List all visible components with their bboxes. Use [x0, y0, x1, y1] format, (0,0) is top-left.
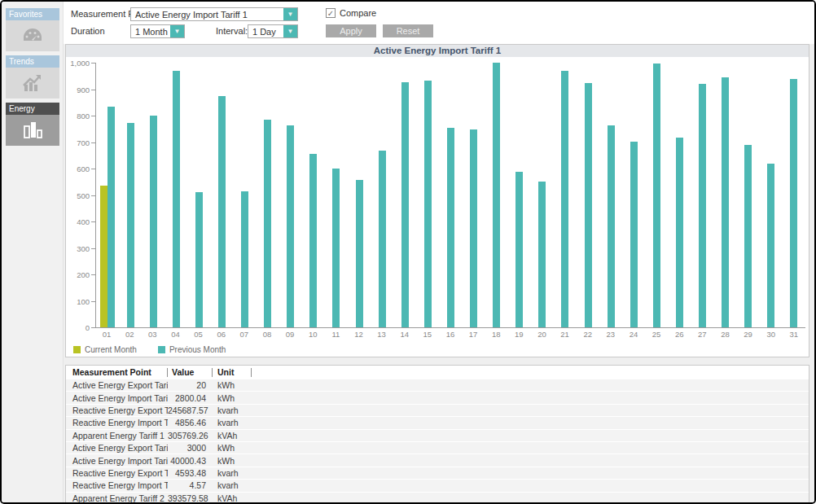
tick-mark — [91, 301, 95, 302]
value-cell: 40000.43 — [168, 456, 213, 466]
x-axis-label: 27 — [691, 330, 713, 339]
bar-group-19 — [508, 63, 531, 327]
value-cell: 20 — [168, 380, 213, 390]
bar-previous-month-29 — [744, 145, 752, 327]
table-row: Apparent Energy Tariff 1305769.26kVAh — [66, 430, 809, 442]
x-axis-label: 24 — [622, 330, 645, 339]
table-body: Active Energy Export Tariff 120kWhActive… — [66, 379, 809, 502]
table-column-header[interactable]: Value — [168, 366, 213, 379]
sidebar: Favorites Trends — [2, 2, 64, 502]
reset-button[interactable]: Reset — [383, 24, 433, 37]
chart-title: Active Energy Import Tariff 1 — [66, 45, 809, 57]
y-axis-tick-label: 300 — [77, 244, 90, 253]
table-column-header[interactable]: Measurement Point — [66, 366, 168, 379]
table-row: Reactive Energy Export Tariff 24593.48kv… — [66, 467, 809, 480]
bar-previous-month-24 — [630, 142, 638, 327]
unit-cell: kvarh — [213, 418, 252, 427]
plot-area: 01002003004005006007008009001,000 — [95, 63, 805, 328]
bar-previous-month-22 — [585, 83, 592, 327]
unit-cell: kWh — [213, 443, 252, 453]
unit-cell: kWh — [213, 456, 252, 466]
measurement-point-cell: Active Energy Import Tariff 1 — [66, 393, 168, 403]
y-axis-tick-label: 200 — [77, 270, 90, 279]
x-axis-label: 07 — [233, 330, 256, 339]
table-row: Active Energy Export Tariff 23000kWh — [66, 442, 809, 454]
value-cell: 2800.04 — [168, 393, 213, 403]
controls-bar: Measurement Point Active Energy Import T… — [64, 2, 814, 44]
bar-previous-month-26 — [676, 138, 683, 327]
table-column-header[interactable]: Unit — [213, 366, 252, 379]
bars-row — [96, 63, 805, 327]
favorites-tile[interactable] — [6, 20, 59, 51]
bar-previous-month-08 — [264, 120, 271, 327]
checkmark-icon: ✓ — [327, 9, 334, 18]
trends-tile[interactable] — [6, 68, 59, 99]
tick-mark — [91, 90, 95, 90]
x-axis-label: 23 — [599, 330, 622, 339]
compare-checkbox[interactable]: ✓ Compare — [326, 8, 376, 18]
table-row: Reactive Energy Import Tariff 24.57kvarh — [66, 480, 809, 492]
legend-item: Current Month — [73, 345, 137, 354]
tick-mark — [91, 195, 95, 196]
sidebar-item-energy[interactable]: Energy — [6, 103, 59, 146]
y-axis-tick-label: 700 — [77, 138, 90, 147]
chevron-down-icon[interactable]: ▼ — [170, 25, 184, 37]
table-row: Active Energy Export Tariff 120kWh — [66, 379, 809, 392]
sidebar-item-trends[interactable]: Trends — [6, 55, 59, 99]
bar-group-11 — [325, 63, 348, 327]
bar-previous-month-03 — [150, 116, 157, 327]
measurement-point-cell: Active Energy Import Tariff 2 — [66, 456, 168, 466]
bar-previous-month-25 — [653, 64, 660, 327]
chevron-down-icon[interactable]: ▼ — [283, 8, 297, 20]
bar-group-22 — [577, 63, 599, 327]
unit-cell: kVAh — [213, 493, 252, 502]
bar-group-24 — [622, 63, 645, 327]
value-cell: 4856.46 — [168, 418, 213, 427]
apply-button[interactable]: Apply — [326, 24, 376, 37]
interval-dropdown[interactable]: 1 Day ▼ — [248, 24, 298, 38]
legend-swatch-icon — [73, 346, 81, 353]
table-row: Apparent Energy Tariff 2393579.58kVAh — [66, 493, 809, 502]
duration-label: Duration — [71, 24, 105, 38]
x-axis-label: 30 — [760, 330, 783, 339]
checkbox-box[interactable]: ✓ — [326, 8, 336, 18]
x-axis-label: 13 — [371, 330, 393, 339]
bar-group-25 — [645, 63, 668, 327]
value-cell: 393579.58 — [168, 493, 213, 502]
bar-previous-month-16 — [447, 128, 454, 327]
unit-cell: kVAh — [213, 431, 252, 440]
measurement-point-cell: Apparent Energy Tariff 2 — [66, 493, 168, 502]
bar-previous-month-17 — [470, 129, 477, 327]
bar-group-01 — [96, 63, 119, 327]
unit-cell: kvarh — [213, 480, 252, 490]
y-axis-tick-label: 0 — [86, 323, 90, 332]
table-row: Active Energy Import Tariff 12800.04kWh — [66, 392, 809, 404]
x-axis-label: 14 — [393, 330, 416, 339]
duration-dropdown[interactable]: 1 Month ▼ — [130, 24, 185, 38]
x-axis-label: 31 — [783, 330, 805, 339]
value-cell: 4593.48 — [168, 468, 213, 478]
bar-previous-month-01 — [107, 107, 115, 327]
bar-group-02 — [119, 63, 142, 327]
bar-previous-month-02 — [127, 123, 134, 327]
bar-previous-month-23 — [608, 125, 615, 327]
tick-mark — [91, 327, 95, 328]
measurements-table: Measurement PointValueUnit Active Energy… — [65, 365, 809, 502]
y-axis-tick-label: 500 — [77, 191, 90, 200]
x-axis-label: 06 — [210, 330, 233, 339]
measurement-point-cell: Reactive Energy Import Tariff 1 — [66, 418, 168, 427]
value-cell: 305769.26 — [168, 431, 213, 440]
bar-previous-month-30 — [767, 164, 774, 327]
sidebar-item-favorites[interactable]: Favorites — [6, 8, 59, 51]
unit-cell: kvarh — [213, 468, 252, 478]
measurement-point-cell: Apparent Energy Tariff 1 — [66, 431, 168, 440]
bar-previous-month-14 — [401, 82, 409, 327]
x-axis-label: 12 — [347, 330, 370, 339]
trend-icon — [20, 72, 45, 94]
measurement-point-dropdown[interactable]: Active Energy Import Tariff 1 ▼ — [130, 7, 298, 21]
energy-tile[interactable] — [6, 115, 59, 146]
chevron-down-icon[interactable]: ▼ — [283, 25, 297, 37]
x-axis-label: 05 — [187, 330, 210, 339]
bar-previous-month-19 — [515, 172, 523, 327]
x-labels-row: 0102030405060708091011121314151617181920… — [95, 330, 805, 339]
